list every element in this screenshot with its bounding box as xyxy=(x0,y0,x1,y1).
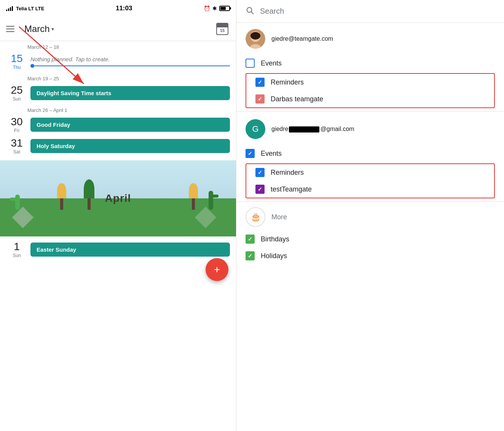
checkbox-test-teamgate[interactable]: ✓ xyxy=(255,185,265,194)
event-chip-easter[interactable]: Easter Sunday xyxy=(30,243,230,257)
section-divider-2 xyxy=(236,201,504,202)
account-email-2: giedre@gmail.com xyxy=(271,126,354,132)
day-num-1: 1 xyxy=(14,241,20,253)
section-divider-1 xyxy=(236,111,504,112)
day-events-31[interactable]: Holy Saturday xyxy=(27,137,230,153)
cactus-body-right xyxy=(209,191,213,210)
cal-item-reminders-1[interactable]: ✓ Reminders xyxy=(246,74,494,91)
day-row-15[interactable]: 15 Thu Nothing planned. Tap to create. xyxy=(0,51,236,73)
cal-item-label-darbas: Darbas teamgate xyxy=(271,95,323,103)
checkbox-reminders-2[interactable]: ✓ xyxy=(255,168,265,177)
tree-trunk-2 xyxy=(88,198,91,210)
cal-item-events-1[interactable]: Events xyxy=(236,55,504,72)
month-label: March xyxy=(24,24,50,34)
account-section-1: giedre@teamgate.com xyxy=(236,23,504,55)
day-row-1[interactable]: 1 Sun Easter Sunday + xyxy=(0,239,236,289)
checkmark-reminders-2: ✓ xyxy=(258,169,262,176)
today-button[interactable]: 15 xyxy=(215,21,230,37)
cactus-arm-left xyxy=(10,198,18,201)
tree-3 xyxy=(189,183,198,210)
checkbox-birthdays[interactable]: ✓ xyxy=(246,235,255,244)
alarm-icon: ⏰ xyxy=(204,5,210,11)
checkmark-birthdays: ✓ xyxy=(248,236,252,242)
cal-item-label-events-2: Events xyxy=(261,150,282,158)
hamburger-button[interactable] xyxy=(6,21,21,37)
april-illustration: April xyxy=(0,160,236,236)
day-name-25: Sun xyxy=(13,96,21,102)
day-events-15: Nothing planned. Tap to create. xyxy=(27,53,230,68)
day-num-25: 25 xyxy=(11,85,22,96)
cactus-arm-right xyxy=(211,195,219,198)
tree-top-1 xyxy=(57,183,66,198)
more-circle: 🎂 xyxy=(246,207,265,227)
cal-item-holidays[interactable]: ✓ Holidays xyxy=(236,247,504,264)
day-name-15: Thu xyxy=(13,65,21,70)
day-name-31: Sat xyxy=(13,149,20,155)
tree-top-3 xyxy=(189,183,198,198)
day-row-25[interactable]: 25 Sun Daylight Saving Time starts xyxy=(0,83,236,104)
signal-bar-4 xyxy=(12,6,13,11)
red-box-1: ✓ Reminders ✓ Darbas teamgate xyxy=(246,73,495,108)
search-icon xyxy=(246,6,254,16)
signal-bars xyxy=(6,6,13,11)
avatar-giedre xyxy=(246,29,265,49)
checkbox-events-1[interactable] xyxy=(246,59,255,68)
event-chip-daylight[interactable]: Daylight Saving Time starts xyxy=(30,86,230,100)
carrier-text: Telia LT LTE xyxy=(16,6,44,11)
week-header-2: March 19 – 25 xyxy=(0,73,236,83)
cactus-right xyxy=(209,191,213,210)
account-section-2: G giedre@gmail.com xyxy=(236,113,504,145)
avatar-image xyxy=(246,29,265,49)
day-label-30: 30 Fri xyxy=(6,116,27,133)
month-title[interactable]: March ▾ xyxy=(24,24,54,34)
battery-icon xyxy=(219,6,230,11)
checkmark-darbas: ✓ xyxy=(258,96,262,102)
cal-item-test-teamgate[interactable]: ✓ testTeamgate xyxy=(246,181,494,198)
day-label-31: 31 Sat xyxy=(6,137,27,155)
left-panel: Telia LT LTE 11:03 ⏰ ✱ March ▾ 15 xyxy=(0,0,236,431)
checkbox-events-2[interactable]: ✓ xyxy=(246,149,255,158)
checkmark-holidays: ✓ xyxy=(248,253,252,259)
cal-item-label-reminders-1: Reminders xyxy=(271,78,304,86)
hamburger-line-1 xyxy=(6,26,14,27)
signal-bar-3 xyxy=(10,7,11,11)
more-item[interactable]: 🎂 More xyxy=(236,203,504,231)
checkmark-reminders-1: ✓ xyxy=(258,79,262,85)
day-events-1[interactable]: Easter Sunday xyxy=(27,241,230,257)
no-event-text-15: Nothing planned. Tap to create. xyxy=(30,54,230,62)
event-chip-holy-saturday[interactable]: Holy Saturday xyxy=(30,139,230,153)
cal-item-label-birthdays: Birthdays xyxy=(261,235,289,243)
time-line xyxy=(34,65,230,66)
cal-item-label-reminders-2: Reminders xyxy=(271,169,304,177)
cal-item-birthdays[interactable]: ✓ Birthdays xyxy=(236,231,504,247)
search-bar[interactable]: Search xyxy=(236,0,504,23)
event-chip-good-friday[interactable]: Good Friday xyxy=(30,118,230,132)
fab-button[interactable]: + xyxy=(206,258,228,281)
cal-item-label-test-teamgate: testTeamgate xyxy=(271,185,312,193)
day-num-15: 15 xyxy=(11,53,22,65)
status-bar: Telia LT LTE 11:03 ⏰ ✱ xyxy=(0,0,236,17)
day-events-25[interactable]: Daylight Saving Time starts xyxy=(27,85,230,100)
week-header-1: March 12 – 18 xyxy=(0,41,236,51)
day-name-30: Fri xyxy=(14,128,19,133)
tree-trunk-1 xyxy=(60,198,63,210)
tree-2 xyxy=(84,179,94,210)
cal-item-label-events-1: Events xyxy=(261,59,282,67)
cal-item-events-2[interactable]: ✓ Events xyxy=(236,145,504,162)
status-time: 11:03 xyxy=(116,5,132,12)
checkbox-reminders-1[interactable]: ✓ xyxy=(255,78,265,87)
cactus-body-left xyxy=(15,195,20,210)
checkbox-holidays[interactable]: ✓ xyxy=(246,251,255,260)
day-num-31: 31 xyxy=(11,137,22,149)
calendar-icon-top xyxy=(217,24,228,27)
tree-trunk-3 xyxy=(192,198,195,210)
checkmark-events-2: ✓ xyxy=(248,150,252,156)
day-row-30[interactable]: 30 Fri Good Friday xyxy=(0,115,236,136)
account-email-1: giedre@teamgate.com xyxy=(271,35,333,42)
search-text: Search xyxy=(260,7,284,16)
day-events-30[interactable]: Good Friday xyxy=(27,116,230,132)
checkbox-darbas[interactable]: ✓ xyxy=(255,94,265,104)
day-row-31[interactable]: 31 Sat Holy Saturday xyxy=(0,136,236,157)
cal-item-reminders-2[interactable]: ✓ Reminders xyxy=(246,164,494,181)
cal-item-darbas[interactable]: ✓ Darbas teamgate xyxy=(246,91,494,107)
